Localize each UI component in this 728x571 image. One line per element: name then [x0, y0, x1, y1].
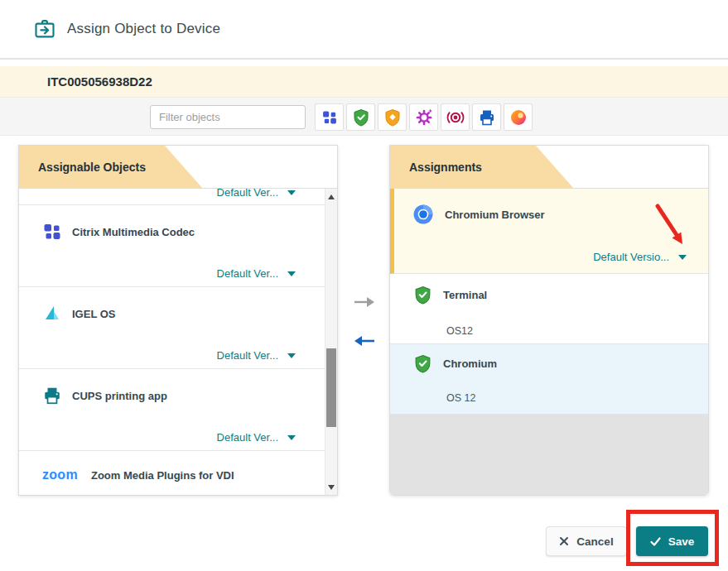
green-shield-icon — [413, 354, 432, 373]
assignment-item-chromium[interactable]: Chromium OS 12 — [390, 344, 708, 415]
arrow-left-icon — [353, 333, 376, 348]
dialog-header: Assign Object to Device — [0, 0, 728, 58]
object-name: Citrix Multimedia Codec — [72, 226, 195, 238]
assignment-name: Chromium Browser — [445, 209, 545, 221]
scrollbar-thumb[interactable] — [326, 348, 336, 427]
version-dropdown[interactable]: Default Versio... — [593, 251, 687, 263]
igel-os-icon — [42, 304, 62, 324]
triangle-up-icon — [328, 194, 335, 199]
object-name: IGEL OS — [72, 308, 116, 320]
dialog-title: Assign Object to Device — [67, 21, 220, 37]
triangle-down-icon — [328, 485, 335, 490]
scroll-down-button[interactable] — [325, 480, 337, 494]
apps-grid-icon — [321, 109, 338, 126]
assignment-item-chromium-browser[interactable]: Chromium Browser Default Versio... — [390, 189, 708, 274]
assignment-version: OS 12 — [446, 392, 475, 404]
object-item-igel-os[interactable]: IGEL OS Default Ver... — [19, 287, 337, 369]
assignments-title: Assignments — [409, 161, 482, 174]
assignments-header: Assignments — [390, 146, 708, 189]
printers-filter-button[interactable] — [472, 103, 501, 131]
zoom-logo: zoom — [42, 468, 78, 482]
filter-toolbar — [0, 97, 728, 136]
unassign-left-button[interactable] — [351, 332, 378, 353]
assignable-objects-list: Default Ver... Citrix Multimedia Codec D… — [19, 189, 337, 495]
transfer-controls — [351, 293, 378, 353]
object-type-filter-buttons — [315, 103, 533, 131]
check-icon — [650, 537, 661, 546]
assignable-objects-tab: Assignable Objects — [19, 146, 203, 189]
assignment-version: OS12 — [446, 325, 473, 337]
version-label: Default Ver... — [217, 349, 278, 362]
version-label: Default Ver... — [217, 189, 278, 199]
version-label: Default Ver... — [217, 431, 278, 444]
chromium-icon — [412, 204, 434, 225]
cancel-button[interactable]: Cancel — [546, 526, 627, 556]
close-icon — [559, 536, 569, 546]
vertical-scrollbar[interactable] — [325, 189, 337, 495]
profiles-filter-button[interactable] — [441, 103, 470, 131]
chevron-down-icon — [287, 353, 296, 358]
object-name: CUPS printing app — [72, 390, 167, 402]
assignments-list: Chromium Browser Default Versio... Termi… — [390, 189, 708, 495]
assignment-name: Terminal — [443, 289, 487, 301]
assignable-objects-panel: Assignable Objects Default Ver... Citrix… — [18, 145, 338, 496]
filter-objects-input[interactable] — [150, 105, 306, 129]
arrow-right-icon — [353, 295, 376, 309]
version-label: Default Ver... — [217, 267, 278, 280]
validated-apps-filter-button[interactable] — [346, 103, 375, 131]
save-label: Save — [668, 535, 695, 548]
orange-shield-icon — [383, 108, 402, 127]
object-row: Citrix Multimedia Codec — [42, 222, 195, 242]
green-shield-icon — [413, 286, 432, 305]
effects-filter-button[interactable] — [409, 103, 438, 131]
object-row: IGEL OS — [42, 304, 116, 324]
assignable-objects-header: Assignable Objects — [19, 146, 337, 189]
custom-apps-filter-button[interactable] — [378, 103, 407, 131]
assignment-row: Terminal — [413, 286, 487, 305]
apps-grid-icon — [42, 222, 62, 242]
assignment-name: Chromium — [443, 357, 497, 370]
header-divider — [0, 58, 728, 60]
version-dropdown[interactable]: Default Ver... — [217, 349, 296, 362]
cancel-label: Cancel — [576, 535, 613, 548]
object-item-zoom-media-plugins[interactable]: zoom Zoom Media Plugins for VDI — [19, 451, 337, 495]
assignment-row: Chromium Browser — [412, 204, 545, 225]
chevron-down-icon — [678, 255, 687, 260]
device-id: ITC005056938D22 — [47, 74, 152, 89]
save-button[interactable]: Save — [636, 526, 708, 556]
clipped-object-item[interactable]: Default Ver... — [19, 189, 337, 205]
assignments-panel: Assignments Chromium Browser Default Ver… — [389, 145, 709, 496]
red-ring-icon — [446, 108, 465, 127]
chevron-down-icon — [287, 271, 296, 276]
object-item-cups-printing-app[interactable]: CUPS printing app Default Ver... — [19, 369, 337, 451]
chevron-down-icon — [287, 435, 296, 440]
object-row: CUPS printing app — [42, 386, 167, 405]
blue-printer-icon — [478, 108, 496, 127]
assignment-item-terminal[interactable]: Terminal OS12 — [390, 274, 708, 344]
object-name: Zoom Media Plugins for VDI — [91, 469, 234, 482]
object-item-citrix-multimedia-codec[interactable]: Citrix Multimedia Codec Default Ver... — [19, 205, 337, 287]
apps-filter-button[interactable] — [315, 103, 344, 131]
assign-device-icon — [33, 17, 56, 41]
version-dropdown[interactable]: Default Ver... — [217, 189, 296, 199]
purple-gear-icon — [415, 108, 433, 127]
scroll-up-button[interactable] — [325, 190, 337, 204]
chevron-down-icon — [287, 190, 296, 195]
version-dropdown[interactable]: Default Ver... — [217, 431, 296, 444]
assign-right-button[interactable] — [351, 293, 378, 314]
orange-globe-icon — [509, 108, 528, 127]
assignable-objects-title: Assignable Objects — [38, 161, 146, 174]
teal-printer-icon — [42, 386, 62, 405]
assignments-tab: Assignments — [390, 146, 574, 189]
version-dropdown[interactable]: Default Ver... — [217, 267, 296, 280]
version-label: Default Versio... — [593, 251, 669, 263]
object-row: zoom Zoom Media Plugins for VDI — [42, 468, 234, 482]
green-shield-icon — [352, 108, 370, 127]
device-bar: ITC005056938D22 — [0, 66, 728, 97]
browser-filter-button[interactable] — [504, 103, 533, 131]
assignment-row: Chromium — [413, 354, 497, 373]
